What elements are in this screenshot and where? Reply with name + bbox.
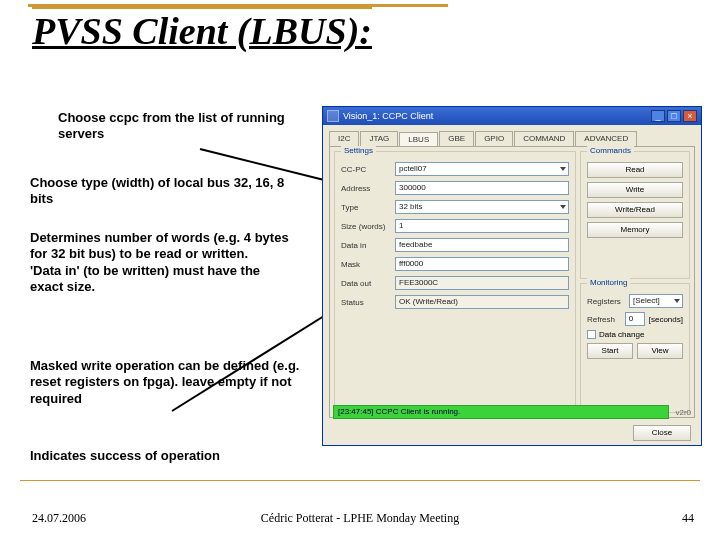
memory-button[interactable]: Memory xyxy=(587,222,683,238)
tab-command[interactable]: COMMAND xyxy=(514,131,574,146)
commands-group: Commands Read Write Write/Read Memory xyxy=(580,151,690,279)
tab-advanced[interactable]: ADVANCED xyxy=(575,131,637,146)
footer-center: Cédric Potterat - LPHE Monday Meeting xyxy=(0,511,720,526)
close-button[interactable]: Close xyxy=(633,425,691,441)
view-button[interactable]: View xyxy=(637,343,683,359)
bullet-size: Determines number of words (e.g. 4 bytes… xyxy=(30,230,295,295)
dataout-label: Data out xyxy=(341,279,391,288)
version-label: v2r0 xyxy=(675,408,691,417)
read-button[interactable]: Read xyxy=(587,162,683,178)
refresh-unit: [seconds] xyxy=(649,315,683,324)
mask-label: Mask xyxy=(341,260,391,269)
tab-i2c[interactable]: I2C xyxy=(329,131,359,146)
mask-input[interactable]: fff0000 xyxy=(395,257,569,271)
tab-gpio[interactable]: GPIO xyxy=(475,131,513,146)
bullet-ccpc: Choose ccpc from the list of running ser… xyxy=(58,110,288,143)
size-input[interactable]: 1 xyxy=(395,219,569,233)
dataout-output: FEE3000C xyxy=(395,276,569,290)
tab-bar: I2C JTAG LBUS GBE GPIO COMMAND ADVANCED xyxy=(323,125,701,146)
address-label: Address xyxy=(341,184,391,193)
status-output: OK (Write/Read) xyxy=(395,295,569,309)
app-icon xyxy=(327,110,339,122)
refresh-label: Refresh xyxy=(587,315,621,324)
window-titlebar: Vision_1: CCPC Client _ □ × xyxy=(323,107,701,125)
registers-label: Registers xyxy=(587,297,625,306)
datain-input[interactable]: feedbabe xyxy=(395,238,569,252)
slide-title: PVSS Client (LBUS): xyxy=(32,6,372,53)
datachange-checkbox[interactable] xyxy=(587,330,596,339)
refresh-input[interactable]: 0 xyxy=(625,312,645,326)
window-title: Vision_1: CCPC Client xyxy=(343,111,433,121)
datain-label: Data in xyxy=(341,241,391,250)
tab-lbus[interactable]: LBUS xyxy=(399,132,438,147)
close-window-button[interactable]: × xyxy=(683,110,697,122)
type-label: Type xyxy=(341,203,391,212)
settings-group: Settings CC-PCpctell07 Address300000 Typ… xyxy=(334,151,576,413)
ccpc-label: CC-PC xyxy=(341,165,391,174)
bullet-status: Indicates success of operation xyxy=(30,448,320,464)
ccpc-select[interactable]: pctell07 xyxy=(395,162,569,176)
address-input[interactable]: 300000 xyxy=(395,181,569,195)
bullet-type: Choose type (width) of local bus 32, 16,… xyxy=(30,175,290,208)
footer-rule xyxy=(20,480,700,481)
start-button[interactable]: Start xyxy=(587,343,633,359)
type-select[interactable]: 32 bits xyxy=(395,200,569,214)
monitoring-legend: Monitoring xyxy=(587,278,630,287)
maximize-button[interactable]: □ xyxy=(667,110,681,122)
tab-gbe[interactable]: GBE xyxy=(439,131,474,146)
footer-page-number: 44 xyxy=(682,511,694,526)
writeread-button[interactable]: Write/Read xyxy=(587,202,683,218)
status-bar: [23:47:45] CCPC Client is running. xyxy=(333,405,669,419)
write-button[interactable]: Write xyxy=(587,182,683,198)
commands-legend: Commands xyxy=(587,146,634,155)
settings-legend: Settings xyxy=(341,146,376,155)
minimize-button[interactable]: _ xyxy=(651,110,665,122)
size-label: Size (words) xyxy=(341,222,391,231)
datachange-label: Data change xyxy=(599,330,644,339)
tab-jtag[interactable]: JTAG xyxy=(360,131,398,146)
registers-select[interactable]: [Select] xyxy=(629,294,683,308)
monitoring-group: Monitoring Registers[Select] Refresh0[se… xyxy=(580,283,690,413)
app-window: Vision_1: CCPC Client _ □ × I2C JTAG LBU… xyxy=(322,106,702,446)
bullet-mask: Masked write operation can be defined (e… xyxy=(30,358,300,407)
status-label: Status xyxy=(341,298,391,307)
